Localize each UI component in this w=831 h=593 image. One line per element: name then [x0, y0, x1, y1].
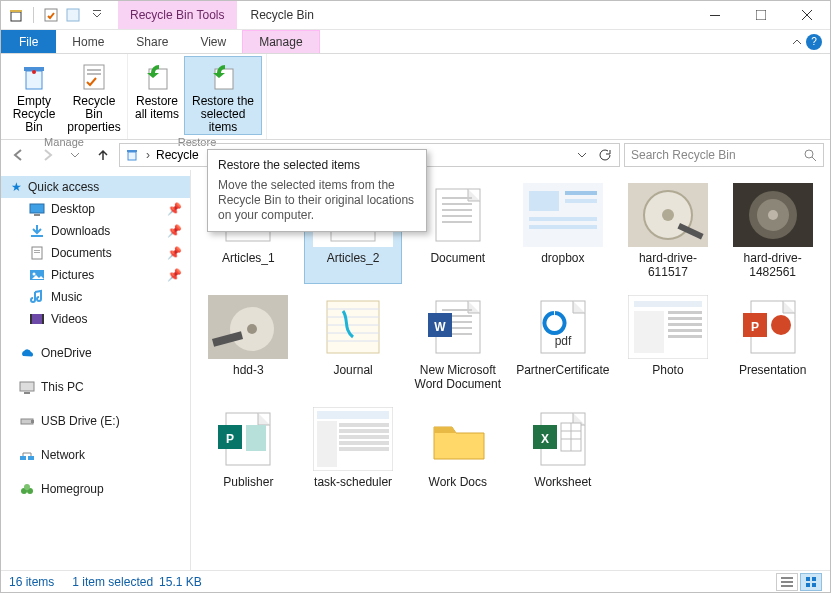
recent-locations-button[interactable]: [63, 143, 87, 167]
svg-point-17: [805, 150, 813, 158]
nav-music[interactable]: Music: [1, 286, 190, 308]
file-item[interactable]: task-scheduler: [304, 402, 403, 494]
file-item[interactable]: hdd-3: [199, 290, 298, 396]
collapse-ribbon-icon[interactable]: [792, 37, 802, 47]
file-item[interactable]: WNew Microsoft Word Document: [408, 290, 507, 396]
file-label: hard-drive-611517: [622, 251, 715, 279]
svg-rect-90: [634, 301, 702, 307]
nav-usb-drive[interactable]: USB Drive (E:): [1, 410, 190, 432]
nav-downloads[interactable]: Downloads📌: [1, 220, 190, 242]
file-label: hdd-3: [233, 363, 264, 377]
file-item[interactable]: hard-drive-1482561: [723, 178, 822, 284]
restore-selected-button[interactable]: Restore the selected items: [184, 56, 262, 135]
nav-quick-access[interactable]: ★ Quick access: [1, 176, 190, 198]
nav-this-pc[interactable]: This PC: [1, 376, 190, 398]
svg-rect-55: [442, 197, 472, 199]
svg-point-9: [32, 70, 36, 74]
svg-rect-110: [339, 435, 389, 439]
file-item[interactable]: Work Docs: [408, 402, 507, 494]
svg-rect-11: [87, 69, 101, 71]
nav-homegroup[interactable]: Homegroup: [1, 478, 190, 500]
empty-recycle-bin-button[interactable]: Empty Recycle Bin: [5, 56, 63, 135]
svg-rect-16: [127, 150, 137, 152]
svg-rect-121: [812, 577, 816, 581]
view-details-button[interactable]: [776, 573, 798, 591]
svg-rect-112: [339, 447, 389, 451]
svg-rect-56: [442, 203, 472, 205]
up-button[interactable]: [91, 143, 115, 167]
file-thumbnail: W: [418, 295, 498, 359]
nav-onedrive[interactable]: OneDrive: [1, 342, 190, 364]
svg-rect-57: [442, 209, 472, 211]
file-item[interactable]: Photo: [619, 290, 718, 396]
svg-text:P: P: [226, 432, 234, 446]
file-item[interactable]: pdfPartnerCertificate: [513, 290, 612, 396]
tab-manage[interactable]: Manage: [242, 30, 319, 53]
onedrive-icon: [19, 345, 35, 361]
svg-rect-6: [756, 10, 766, 20]
maximize-button[interactable]: [738, 1, 784, 29]
help-icon[interactable]: ?: [806, 34, 822, 50]
refresh-button[interactable]: [593, 144, 615, 166]
tab-share[interactable]: Share: [120, 30, 184, 53]
svg-point-100: [771, 315, 791, 335]
qat-customize-icon[interactable]: [88, 6, 106, 24]
nav-documents[interactable]: Documents📌: [1, 242, 190, 264]
nav-network[interactable]: Network: [1, 444, 190, 466]
videos-icon: [29, 311, 45, 327]
nav-desktop[interactable]: Desktop📌: [1, 198, 190, 220]
svg-rect-28: [42, 314, 44, 324]
ribbon: Empty Recycle Bin Recycle Bin properties…: [1, 54, 830, 140]
tooltip-body: Move the selected items from the Recycle…: [218, 178, 416, 223]
svg-rect-30: [24, 392, 30, 394]
restore-all-button[interactable]: Restore all items: [132, 56, 182, 135]
file-item[interactable]: hard-drive-611517: [619, 178, 718, 284]
file-label: Document: [430, 251, 485, 265]
breadcrumb-bin-icon: [124, 147, 140, 163]
file-item[interactable]: PPublisher: [199, 402, 298, 494]
file-thumbnail: [208, 295, 288, 359]
tab-view[interactable]: View: [184, 30, 242, 53]
forward-button[interactable]: [35, 143, 59, 167]
breadcrumb-history-dropdown[interactable]: [573, 150, 591, 160]
view-large-icons-button[interactable]: [800, 573, 822, 591]
tooltip-restore-selected: Restore the selected items Move the sele…: [207, 149, 427, 232]
back-button[interactable]: [7, 143, 31, 167]
status-selected: 1 item selected: [72, 575, 153, 589]
qat-properties-icon[interactable]: [42, 6, 60, 24]
svg-rect-5: [710, 15, 720, 16]
svg-rect-122: [806, 583, 810, 587]
file-thumbnail: P: [733, 295, 813, 359]
bin-properties-button[interactable]: Recycle Bin properties: [65, 56, 123, 135]
breadcrumb-chevron[interactable]: ›: [142, 148, 154, 162]
recycle-bin-icon: [7, 6, 25, 24]
svg-rect-64: [529, 217, 597, 221]
nav-pictures[interactable]: Pictures📌: [1, 264, 190, 286]
pictures-icon: [29, 267, 45, 283]
window-controls: [692, 1, 830, 29]
status-size: 15.1 KB: [159, 575, 202, 589]
nav-videos[interactable]: Videos: [1, 308, 190, 330]
tab-file[interactable]: File: [1, 30, 56, 53]
pin-icon: 📌: [167, 202, 182, 216]
file-item[interactable]: XWorksheet: [513, 402, 612, 494]
minimize-button[interactable]: [692, 1, 738, 29]
file-item[interactable]: dropbox: [513, 178, 612, 284]
svg-rect-62: [565, 191, 597, 195]
separator: [33, 7, 34, 23]
breadcrumb-location[interactable]: Recycle: [156, 148, 199, 162]
svg-rect-63: [565, 199, 597, 203]
svg-rect-27: [30, 314, 32, 324]
documents-icon: [29, 245, 45, 261]
search-box[interactable]: Search Recycle Bin: [624, 143, 824, 167]
file-item[interactable]: Journal: [304, 290, 403, 396]
svg-rect-23: [34, 252, 40, 253]
svg-text:pdf: pdf: [555, 334, 572, 348]
qat-blank-icon[interactable]: [64, 6, 82, 24]
downloads-icon: [29, 223, 45, 239]
file-item[interactable]: PPresentation: [723, 290, 822, 396]
status-count: 16 items: [9, 575, 54, 589]
svg-rect-65: [529, 225, 597, 229]
tab-home[interactable]: Home: [56, 30, 120, 53]
close-button[interactable]: [784, 1, 830, 29]
